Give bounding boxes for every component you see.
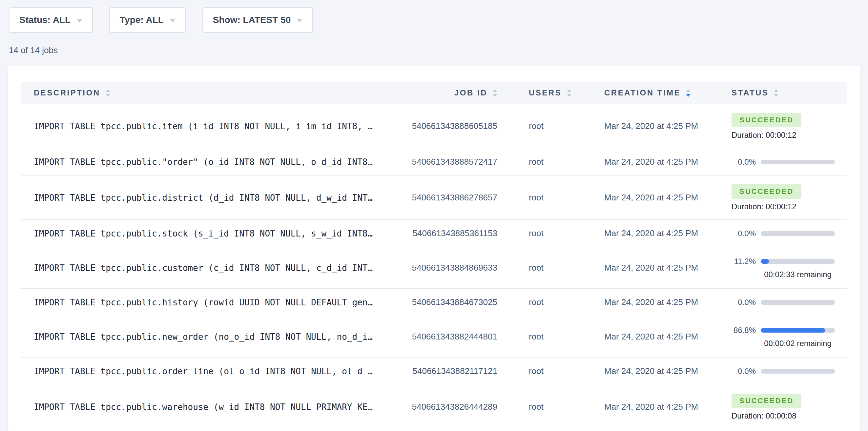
job-id: 540661343884869633 [399,263,507,273]
job-user: root [507,366,583,376]
job-id: 540661343882117121 [399,366,507,376]
status-filter-label: Status: ALL [19,15,70,25]
job-creation-time: Mar 24, 2020 at 4:25 PM [583,366,710,376]
sort-asc-icon [774,89,778,92]
job-description: IMPORT TABLE tpcc.public.item (i_id INT8… [21,121,399,131]
column-header-description[interactable]: DESCRIPTION [21,88,399,97]
job-user: root [507,192,583,203]
job-status-cell: 0.0% [710,298,847,307]
job-status-cell: 0.0% [710,367,847,376]
job-progress-bar [761,160,835,164]
sort-asc-icon [493,89,497,92]
sort-arrows [774,89,778,97]
job-time-remaining: 00:00:02 remaining [761,339,835,348]
job-id: 540661343826444289 [399,402,507,412]
job-creation-time: Mar 24, 2020 at 4:25 PM [583,402,710,412]
job-creation-time: Mar 24, 2020 at 4:25 PM [583,332,710,342]
job-time-remaining: 00:02:33 remaining [761,270,835,279]
column-header-job-id[interactable]: JOB ID [399,88,507,97]
sort-asc-icon [567,89,571,92]
job-description: IMPORT TABLE tpcc.public."order" (o_id I… [21,157,399,167]
table-row: IMPORT TABLE tpcc.public."order" (o_id I… [21,148,847,176]
job-status-cell: 0.0% [710,229,847,238]
job-description: IMPORT TABLE tpcc.public.order_line (ol_… [21,366,399,376]
sort-asc-icon [686,89,690,92]
job-progress-percent: 86.8% [732,326,756,335]
job-id: 540661343885361153 [399,228,507,239]
sort-arrows [567,89,571,97]
jobs-table-header: DESCRIPTION JOB ID USERS CREATION TIME [21,82,847,104]
job-user: root [507,402,583,412]
job-progress-bar [761,259,835,264]
job-duration: Duration: 00:00:08 [732,411,847,421]
job-progress-bar [761,328,835,333]
column-header-users[interactable]: USERS [507,88,583,97]
sort-asc-icon [105,89,110,92]
sort-desc-icon [105,94,110,97]
job-status-cell: 0.0% [710,157,847,166]
sort-desc-icon [686,94,690,97]
sort-desc-icon [493,94,497,97]
job-description: IMPORT TABLE tpcc.public.district (d_id … [21,193,399,203]
job-id: 540661343888572417 [399,157,507,167]
job-progress-percent: 0.0% [732,229,756,238]
job-description: IMPORT TABLE tpcc.public.customer (c_id … [21,263,399,273]
sort-arrows [493,89,497,97]
job-description: IMPORT TABLE tpcc.public.new_order (no_o… [21,332,399,342]
table-row: IMPORT TABLE tpcc.public.order_line (ol_… [21,358,847,385]
jobs-table-card: DESCRIPTION JOB ID USERS CREATION TIME [8,66,860,431]
chevron-down-icon [169,19,176,23]
job-creation-time: Mar 24, 2020 at 4:25 PM [583,121,710,131]
job-description: IMPORT TABLE tpcc.public.stock (s_i_id I… [21,228,399,239]
filter-bar: Status: ALL Type: ALL Show: LATEST 50 [0,0,868,33]
job-progress-percent: 0.0% [732,157,756,166]
column-header-creation-time[interactable]: CREATION TIME [583,88,710,97]
sort-arrows [686,89,690,97]
jobs-table-body: IMPORT TABLE tpcc.public.item (i_id INT8… [21,104,847,429]
jobs-count: 14 of 14 jobs [9,45,868,55]
show-filter-label: Show: LATEST 50 [213,15,291,25]
job-status-cell: SUCCEEDEDDuration: 00:00:08 [710,394,847,421]
table-row: IMPORT TABLE tpcc.public.warehouse (w_id… [21,385,847,429]
table-row: IMPORT TABLE tpcc.public.item (i_id INT8… [21,104,847,148]
job-duration: Duration: 00:00:12 [732,202,847,211]
table-row: IMPORT TABLE tpcc.public.district (d_id … [21,176,847,220]
job-id: 540661343882444801 [399,332,507,342]
status-badge: SUCCEEDED [732,113,801,127]
status-badge: SUCCEEDED [732,394,801,408]
job-creation-time: Mar 24, 2020 at 4:25 PM [583,228,710,239]
job-id: 540661343888605185 [399,121,507,131]
job-progress-bar [761,231,835,236]
chevron-down-icon [297,19,303,23]
job-status-cell: SUCCEEDEDDuration: 00:00:12 [710,184,847,211]
show-filter-dropdown[interactable]: Show: LATEST 50 [203,7,313,33]
job-progress-percent: 11.2% [732,257,756,266]
column-header-status[interactable]: STATUS [710,88,847,97]
job-user: root [507,263,583,273]
job-duration: Duration: 00:00:12 [732,130,847,140]
job-progress-bar [761,300,835,305]
job-user: root [507,332,583,342]
job-user: root [507,121,583,131]
type-filter-label: Type: ALL [120,15,164,25]
status-filter-dropdown[interactable]: Status: ALL [9,7,93,33]
job-creation-time: Mar 24, 2020 at 4:25 PM [583,192,710,203]
job-user: root [507,157,583,167]
job-progress-bar [761,369,835,374]
job-user: root [507,297,583,307]
job-creation-time: Mar 24, 2020 at 4:25 PM [583,297,710,307]
job-status-cell: SUCCEEDEDDuration: 00:00:12 [710,113,847,140]
sort-desc-icon [567,94,571,97]
job-status-cell: 86.8%00:00:02 remaining [710,326,847,348]
job-status-cell: 11.2%00:02:33 remaining [710,257,847,279]
type-filter-dropdown[interactable]: Type: ALL [109,7,186,33]
job-description: IMPORT TABLE tpcc.public.warehouse (w_id… [21,402,399,412]
sort-arrows [105,89,110,97]
job-id: 540661343886278657 [399,192,507,203]
job-progress-percent: 0.0% [732,367,756,376]
table-row: IMPORT TABLE tpcc.public.history (rowid … [21,289,847,316]
job-progress-percent: 0.0% [732,298,756,307]
table-row: IMPORT TABLE tpcc.public.new_order (no_o… [21,316,847,358]
table-row: IMPORT TABLE tpcc.public.stock (s_i_id I… [21,220,847,247]
status-badge: SUCCEEDED [732,184,801,199]
